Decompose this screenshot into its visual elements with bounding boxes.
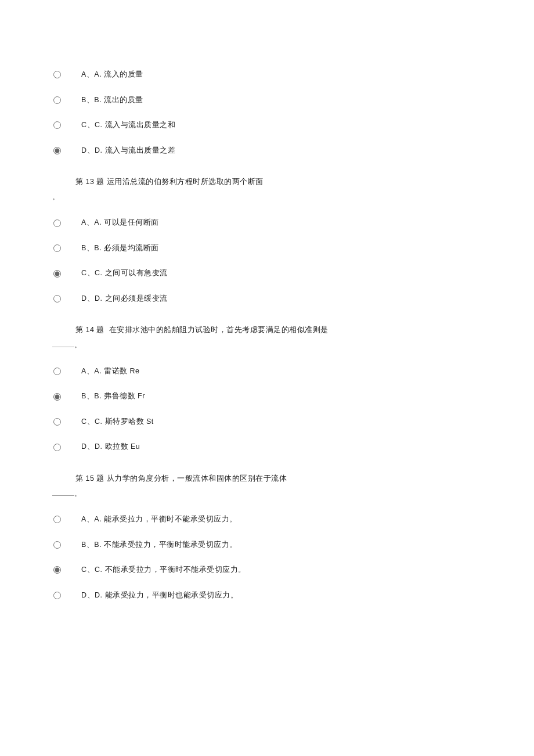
question-13-prompt: 第 13 题 运用沿总流的伯努利方程时所选取的两个断面 <box>75 173 482 190</box>
choice-row: C、C. 流入与流出质量之和 <box>53 120 482 131</box>
question-15-trail: 。 <box>52 489 482 498</box>
radio-q15-d[interactable] <box>53 592 61 599</box>
question-14-trail: 。 <box>52 341 482 350</box>
question-14-choices: A、A. 雷诺数 Re B、B. 弗鲁德数 Fr C、C. 斯特罗哈数 St D… <box>52 366 482 452</box>
radio-q14-c[interactable] <box>53 418 61 426</box>
choice-label: B、B. 流出的质量 <box>71 95 143 106</box>
choice-row: A、A. 雷诺数 Re <box>53 366 482 377</box>
choice-label: D、D. 欧拉数 Eu <box>71 442 140 452</box>
radio-wrap <box>53 270 71 278</box>
radio-q13-b[interactable] <box>53 244 61 252</box>
choice-row: B、B. 不能承受拉力，平衡时能承受切应力。 <box>53 540 482 550</box>
choice-row: B、B. 流出的质量 <box>53 95 482 106</box>
radio-wrap <box>53 393 71 401</box>
radio-wrap <box>53 418 71 426</box>
choice-label: C、C. 流入与流出质量之和 <box>71 120 175 131</box>
radio-q14-b[interactable] <box>53 393 61 401</box>
question-15-choices: A、A. 能承受拉力，平衡时不能承受切应力。 B、B. 不能承受拉力，平衡时能承… <box>52 514 482 600</box>
radio-q12-c[interactable] <box>53 121 61 129</box>
radio-q15-a[interactable] <box>53 516 61 523</box>
radio-q14-a[interactable] <box>53 368 61 375</box>
choice-row: D、D. 欧拉数 Eu <box>53 442 482 452</box>
choice-label: A、A. 流入的质量 <box>71 70 143 80</box>
question-14-prompt: 第 14 题 在安排水池中的船舶阻力试验时，首先考虑要满足的相似准则是 <box>75 321 482 339</box>
choice-row: A、A. 流入的质量 <box>53 70 482 80</box>
choice-label: C、C. 之间可以有急变流 <box>71 268 168 279</box>
question-12-choices: A、A. 流入的质量 B、B. 流出的质量 C、C. 流入与流出质量之和 D、D… <box>52 70 482 156</box>
choice-row: D、D. 之间必须是缓变流 <box>53 294 482 304</box>
radio-q14-d[interactable] <box>53 444 61 451</box>
choice-row: C、C. 斯特罗哈数 St <box>53 417 482 427</box>
trail-period: 。 <box>74 341 81 348</box>
choice-label: D、D. 能承受拉力，平衡时也能承受切应力。 <box>71 591 238 601</box>
question-13-trail: 。 <box>52 193 482 201</box>
radio-wrap <box>53 444 71 451</box>
radio-wrap <box>53 516 71 523</box>
radio-wrap <box>53 219 71 227</box>
radio-wrap <box>53 592 71 599</box>
choice-row: B、B. 弗鲁德数 Fr <box>53 391 482 402</box>
radio-q12-b[interactable] <box>53 96 61 104</box>
choice-label: A、A. 能承受拉力，平衡时不能承受切应力。 <box>71 514 237 525</box>
choice-label: B、B. 必须是均流断面 <box>71 243 159 254</box>
choice-label: C、C. 不能承受拉力，平衡时不能承受切应力。 <box>71 565 246 575</box>
radio-q15-b[interactable] <box>53 541 61 549</box>
radio-q12-a[interactable] <box>53 71 61 78</box>
choice-row: D、D. 流入与流出质量之差 <box>53 146 482 156</box>
radio-wrap <box>53 541 71 549</box>
choice-label: B、B. 不能承受拉力，平衡时能承受切应力。 <box>71 540 237 550</box>
choice-label: C、C. 斯特罗哈数 St <box>71 417 154 427</box>
radio-q13-d[interactable] <box>53 295 61 303</box>
question-15-prompt: 第 15 题 从力学的角度分析，一般流体和固体的区别在于流体 <box>75 470 482 487</box>
radio-wrap <box>53 368 71 375</box>
radio-wrap <box>53 295 71 303</box>
radio-q13-c[interactable] <box>53 270 61 278</box>
choice-row: D、D. 能承受拉力，平衡时也能承受切应力。 <box>53 591 482 601</box>
choice-label: A、A. 雷诺数 Re <box>71 366 140 377</box>
choice-label: A、A. 可以是任何断面 <box>71 218 159 228</box>
radio-wrap <box>53 96 71 104</box>
radio-wrap <box>53 147 71 154</box>
choice-label: B、B. 弗鲁德数 Fr <box>71 391 145 402</box>
choice-label: D、D. 之间必须是缓变流 <box>71 294 168 304</box>
radio-wrap <box>53 71 71 78</box>
trail-period: 。 <box>74 490 81 497</box>
radio-q12-d[interactable] <box>53 147 61 154</box>
choice-row: A、A. 能承受拉力，平衡时不能承受切应力。 <box>53 514 482 525</box>
choice-row: B、B. 必须是均流断面 <box>53 243 482 254</box>
choice-row: C、C. 不能承受拉力，平衡时不能承受切应力。 <box>53 565 482 575</box>
radio-wrap <box>53 121 71 129</box>
radio-q15-c[interactable] <box>53 566 61 574</box>
radio-q13-a[interactable] <box>53 219 61 227</box>
blank-line <box>52 495 74 496</box>
choice-row: A、A. 可以是任何断面 <box>53 218 482 228</box>
blank-line <box>52 347 74 347</box>
question-13-choices: A、A. 可以是任何断面 B、B. 必须是均流断面 C、C. 之间可以有急变流 … <box>52 218 482 304</box>
radio-wrap <box>53 566 71 574</box>
radio-wrap <box>53 244 71 252</box>
choice-label: D、D. 流入与流出质量之差 <box>71 146 175 156</box>
choice-row: C、C. 之间可以有急变流 <box>53 268 482 279</box>
